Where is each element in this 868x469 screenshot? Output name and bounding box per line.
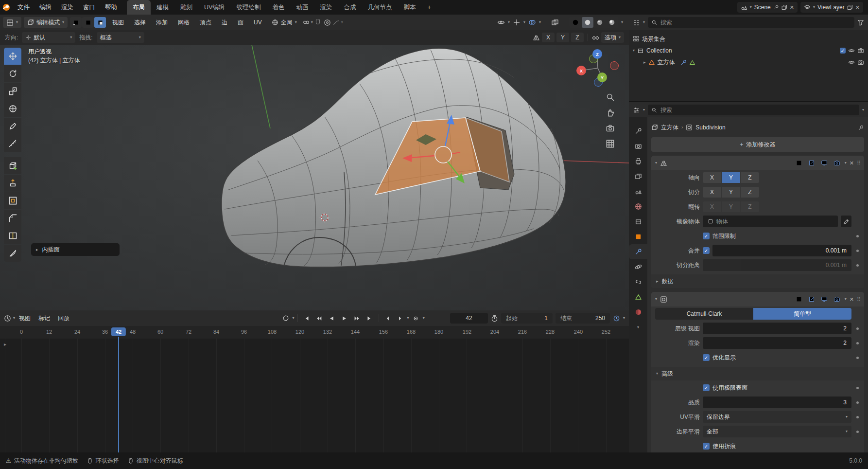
extras-chevron-icon[interactable]: ▾ <box>845 297 847 301</box>
mode-selector[interactable]: 编辑模式 ▾ <box>24 17 68 28</box>
cage-toggle-icon[interactable] <box>794 294 804 304</box>
shading-solid-icon[interactable] <box>582 17 593 28</box>
jump-end-icon[interactable] <box>364 313 376 324</box>
render-toggle-icon[interactable] <box>832 158 842 168</box>
animate-dot[interactable] <box>854 416 860 418</box>
merge-checkbox[interactable]: ✓ <box>703 247 710 254</box>
direction-dropdown[interactable]: 默认 ▾ <box>22 32 75 43</box>
viewlayer-name[interactable]: ViewLayer <box>817 4 845 11</box>
limit-surface-label[interactable]: 使用极限表面 <box>712 384 747 392</box>
modifier-wrench-icon[interactable] <box>680 59 687 66</box>
workspace-tab-geometry-nodes[interactable]: 几何节点 <box>362 0 398 15</box>
menu-edge[interactable]: 边 <box>218 18 231 27</box>
duplicate-icon[interactable] <box>781 4 787 10</box>
realtime-toggle-icon[interactable] <box>819 294 829 304</box>
render-toggle-icon[interactable] <box>832 294 842 304</box>
quality-field[interactable]: 3 <box>703 397 851 408</box>
mirror-data-subpanel[interactable]: ▸ 数据 <box>651 274 864 288</box>
measure-tool-button[interactable] <box>4 135 21 152</box>
frame-back-icon[interactable] <box>382 313 394 324</box>
camera-view-icon[interactable] <box>606 124 615 133</box>
chevron-down-icon[interactable]: ▾ <box>523 20 525 24</box>
editor-timeline-icon[interactable] <box>4 315 11 322</box>
animate-dot[interactable] <box>854 327 860 330</box>
boundary-smooth-dropdown[interactable]: 全部 ▾ <box>703 426 851 437</box>
operator-panel[interactable]: ▸ 内插面 <box>31 243 120 256</box>
clipping-label[interactable]: 范围限制 <box>712 232 736 240</box>
chevron-right-icon[interactable]: ▸ <box>643 60 646 65</box>
prev-keyframe-icon[interactable] <box>313 313 325 324</box>
mirror-object-field[interactable]: 物体 <box>703 216 838 227</box>
axis-neg-x-ball[interactable] <box>610 62 619 70</box>
mirror-z-button[interactable]: Z <box>571 33 584 42</box>
shading-material-icon[interactable] <box>594 17 606 28</box>
editor-outliner-icon[interactable] <box>633 19 640 26</box>
shading-rendered-icon[interactable] <box>606 17 618 28</box>
chevron-down-icon[interactable]: ▾ <box>643 20 645 24</box>
flip-x-button[interactable]: X <box>703 201 721 212</box>
magnet-icon[interactable] <box>314 19 321 26</box>
chevron-down-icon[interactable]: ▾ <box>633 49 635 53</box>
snap-target-icon[interactable] <box>303 19 310 26</box>
chevron-down-icon[interactable]: ▾ <box>623 316 625 320</box>
workspace-tab-compositing[interactable]: 合成 <box>338 0 362 15</box>
bevel-tool-button[interactable] <box>4 210 21 227</box>
extrude-tool-button[interactable] <box>4 175 21 192</box>
mirror-x-button[interactable]: X <box>542 33 555 42</box>
extras-chevron-icon[interactable]: ▾ <box>845 161 847 165</box>
bisect-distance-field[interactable]: 0.001 m <box>703 259 851 271</box>
scene-selector[interactable]: ▾ Scene ✕ <box>737 2 798 13</box>
breadcrumb-object[interactable]: 立方体 <box>661 124 678 132</box>
menu-file[interactable]: 文件 <box>13 0 35 15</box>
chevron-down-icon[interactable]: ▾ <box>293 316 295 320</box>
menu-uv[interactable]: UV <box>250 19 266 26</box>
chevron-down-icon[interactable]: ▾ <box>643 108 645 112</box>
chevron-down-icon[interactable]: ▾ <box>655 297 657 301</box>
frame-forward-icon[interactable] <box>395 313 406 324</box>
vertex-select-icon[interactable] <box>70 17 82 28</box>
annotate-tool-button[interactable] <box>4 118 21 135</box>
mirror-axis-z-button[interactable]: Z <box>741 172 759 183</box>
tab-scene[interactable] <box>629 184 647 199</box>
type-simple-button[interactable]: 简单型 <box>753 308 851 320</box>
collection-label[interactable]: Collection <box>646 47 672 54</box>
drag-handle-icon[interactable]: ⠿ <box>857 160 860 166</box>
tab-world[interactable] <box>629 199 647 214</box>
collection-checkbox[interactable]: ✓ <box>840 48 846 54</box>
add-workspace-button[interactable]: + <box>421 0 436 15</box>
chevron-down-icon[interactable]: ▾ <box>655 161 657 165</box>
viewport-3d[interactable]: 用户透视 (42) 立方体 | 立方体 Z X Y ▸ 内插 <box>0 45 629 310</box>
visibility-eye-icon[interactable] <box>497 18 505 26</box>
menu-vertex[interactable]: 顶点 <box>196 18 215 27</box>
chevron-down-icon[interactable]: ▾ <box>423 316 425 320</box>
outliner-row-scene-collection[interactable]: 场景集合 <box>629 33 868 45</box>
optimal-display-label[interactable]: 优化显示 <box>712 354 736 362</box>
eyedropper-icon[interactable] <box>841 216 851 227</box>
proportional-edit-icon[interactable] <box>324 19 331 26</box>
type-catmull-clark-button[interactable]: Catmull-Clark <box>655 308 753 320</box>
animate-dot[interactable] <box>854 264 860 267</box>
tab-constraints[interactable] <box>629 274 647 289</box>
pin-icon[interactable] <box>858 125 864 131</box>
animate-dot[interactable] <box>854 431 860 433</box>
close-icon[interactable]: ✕ <box>850 296 854 303</box>
timeline-menu-view[interactable]: 视图 <box>15 314 35 323</box>
workspace-tab-layout[interactable]: 布局 <box>127 0 151 15</box>
animate-dot[interactable] <box>854 387 860 389</box>
merge-threshold-field[interactable]: 0.001 m <box>712 245 851 256</box>
start-frame-field[interactable]: 起始 1 <box>501 313 553 324</box>
animate-dot[interactable] <box>854 235 860 237</box>
scale-tool-button[interactable] <box>4 83 21 100</box>
bisect-y-button[interactable]: Y <box>722 187 740 198</box>
current-frame-indicator[interactable]: 42 <box>111 327 126 336</box>
current-frame-field[interactable]: 42 <box>450 313 488 324</box>
editor-properties-icon[interactable] <box>633 107 640 114</box>
chevron-down-icon[interactable]: ▾ <box>311 20 313 24</box>
workspace-tab-modeling[interactable]: 建模 <box>151 0 174 15</box>
workspace-tab-sculpting[interactable]: 雕刻 <box>174 0 198 15</box>
shading-wireframe-icon[interactable] <box>570 17 581 28</box>
workspace-tab-uv[interactable]: UV编辑 <box>198 0 230 15</box>
chevron-down-icon[interactable]: ▾ <box>407 316 409 320</box>
mirror-y-button[interactable]: Y <box>556 33 569 42</box>
blender-logo-icon[interactable] <box>0 3 13 12</box>
